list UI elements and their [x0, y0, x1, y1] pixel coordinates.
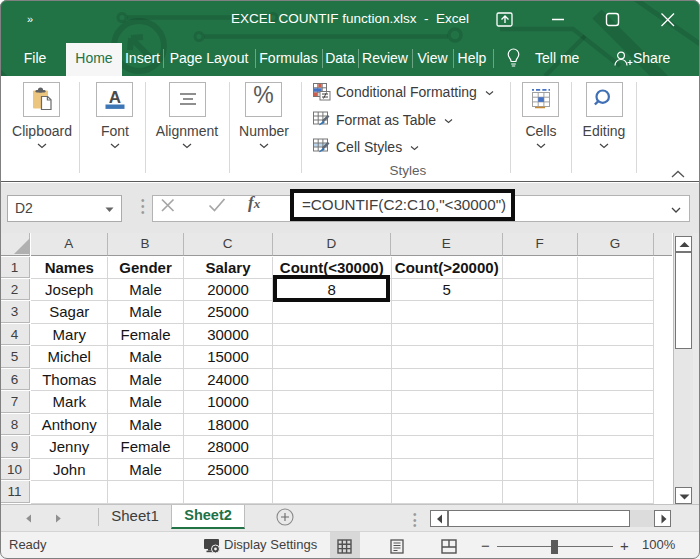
svg-text:A: A: [109, 89, 121, 107]
